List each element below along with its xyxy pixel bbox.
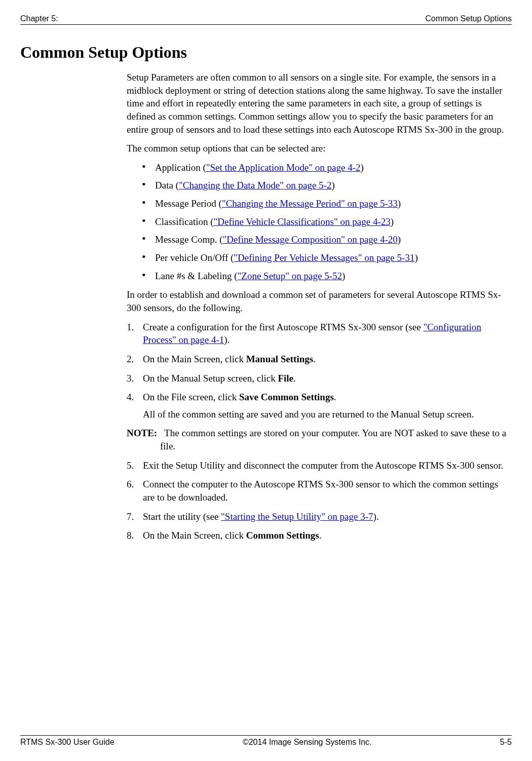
note-text: The common settings are stored on your c…: [160, 428, 506, 451]
note-block: NOTE: The common settings are stored on …: [127, 427, 507, 452]
list-item: Lane #s & Labeling ("Zone Setup" on page…: [142, 270, 507, 283]
list-item: Application ("Set the Application Mode" …: [142, 161, 507, 174]
step-5: 5. Exit the Setup Utility and disconnect…: [127, 459, 507, 472]
step-8: 8. On the Main Screen, click Common Sett…: [127, 529, 507, 542]
list-item: Per vehicle On/Off ("Defining Per Vehicl…: [142, 251, 507, 264]
header-chapter: Chapter 5:: [20, 14, 58, 23]
step-4: 4. On the File screen, click Save Common…: [127, 391, 507, 421]
step-1: 1. Create a configuration for the first …: [127, 321, 507, 347]
procedure-intro: In order to establish and download a com…: [127, 288, 507, 314]
list-item: Classification ("Define Vehicle Classifi…: [142, 215, 507, 229]
step-4-sub: All of the common setting are saved and …: [143, 408, 507, 421]
footer-center: ©2014 Image Sensing Systems Inc.: [243, 738, 372, 747]
section-title: Common Setup Options: [20, 43, 512, 62]
cross-ref-link[interactable]: "Defining Per Vehicle Messages" on page …: [234, 252, 414, 263]
cross-ref-link[interactable]: "Define Vehicle Classifications" on page…: [214, 216, 391, 227]
step-7: 7. Start the utility (see "Starting the …: [127, 510, 507, 523]
list-item: Message Period ("Changing the Message Pe…: [142, 197, 507, 210]
header-section: Common Setup Options: [425, 14, 512, 23]
page-header: Chapter 5: Common Setup Options: [20, 14, 512, 25]
list-item: Message Comp. ("Define Message Compositi…: [142, 233, 507, 246]
list-item: Data ("Changing the Data Mode" on page 5…: [142, 179, 507, 192]
intro-paragraph-1: Setup Parameters are often common to all…: [127, 71, 507, 136]
footer-left: RTMS Sx-300 User Guide: [20, 738, 115, 747]
cross-ref-link[interactable]: "Starting the Setup Utility" on page 3-7: [221, 511, 373, 522]
cross-ref-link[interactable]: "Changing the Message Period" on page 5-…: [222, 198, 398, 209]
step-2: 2. On the Main Screen, click Manual Sett…: [127, 353, 507, 366]
procedure-list-cont: 5. Exit the Setup Utility and disconnect…: [127, 459, 507, 542]
page-footer: RTMS Sx-300 User Guide ©2014 Image Sensi…: [20, 735, 512, 747]
cross-ref-link[interactable]: "Set the Application Mode" on page 4-2: [206, 162, 361, 173]
cross-ref-link[interactable]: "Zone Setup" on page 5-52: [238, 271, 343, 281]
step-6: 6. Connect the computer to the Autoscope…: [127, 478, 507, 504]
note-label: NOTE:: [127, 428, 157, 438]
cross-ref-link[interactable]: "Define Message Composition" on page 4-2…: [223, 234, 398, 245]
options-list: Application ("Set the Application Mode" …: [127, 161, 507, 282]
footer-right: 5-5: [500, 738, 512, 747]
cross-ref-link[interactable]: "Changing the Data Mode" on page 5-2: [179, 180, 332, 191]
intro-paragraph-2: The common setup options that can be sel…: [127, 142, 507, 155]
content-body: Setup Parameters are often common to all…: [127, 71, 507, 735]
step-3: 3. On the Manual Setup screen, click Fil…: [127, 372, 507, 385]
procedure-list: 1. Create a configuration for the first …: [127, 321, 507, 421]
